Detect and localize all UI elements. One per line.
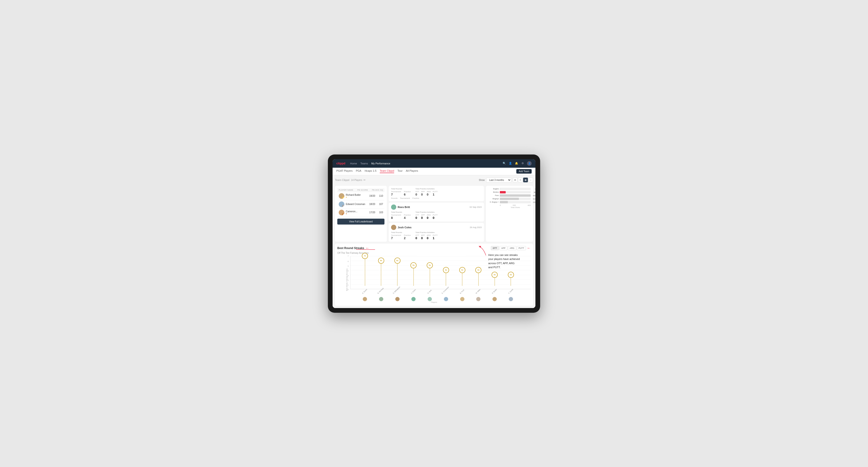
player-score-1: 19/20: [368, 195, 376, 197]
player-name-2: Edward Crossman: [346, 203, 368, 206]
josh-tournament-val: 7: [391, 236, 401, 240]
rounds-tournament-label: Rounds: [391, 197, 398, 199]
nav-teams[interactable]: Teams: [361, 162, 368, 165]
bar-label-eagles: Eagles: [488, 188, 499, 190]
bar-fill-eagles: [500, 188, 500, 190]
rounds-tournament-val: Tournament: [400, 197, 410, 199]
label-mcharg: B. McHarg: [377, 287, 384, 294]
total-rounds-label: Total Rounds: [391, 188, 411, 190]
bar-fill-birdies: [500, 191, 506, 193]
subnav-hcaps[interactable]: Hcaps 1-5: [365, 169, 376, 173]
col-pb-score: PB SCORE: [357, 189, 368, 191]
bar-label-dbogeys: D. Bogeys +: [488, 201, 499, 203]
player-name-1: Richard Butler: [346, 194, 368, 196]
player-avg-3: 103: [376, 211, 383, 214]
streaks-title: Best Round Streaks: [337, 247, 364, 250]
view-leaderboard-button[interactable]: View Full Leaderboard: [337, 219, 384, 224]
list-view-btn[interactable]: ≡: [518, 178, 523, 182]
player-card-josh: Josh Coles 26 Aug 2023 Total Rounds Tour…: [389, 223, 484, 242]
team-name-label: Team Clippd 14 Players: [335, 179, 362, 181]
subnav-pga[interactable]: PGA: [356, 169, 361, 173]
player-avg-2: 107: [376, 203, 383, 206]
bar-eagles: Eagles 3: [488, 188, 531, 190]
search-icon[interactable]: 🔍: [502, 161, 506, 165]
player-row-2[interactable]: 2 Edward Crossman 18/20 107: [337, 200, 384, 209]
josh-avatar: [391, 225, 396, 230]
practice-label: Practice: [404, 191, 411, 193]
x-axis-title: Total Shots: [488, 206, 531, 209]
streaks-arrow-right: ←: [527, 246, 531, 250]
avatar[interactable]: 👤: [527, 161, 532, 166]
bar-pars: Pars 499: [488, 194, 531, 197]
josh-date: 26 Aug 2023: [470, 226, 482, 228]
rees-tournament-val: 8: [391, 216, 401, 220]
player-avatar-3: 3: [339, 210, 344, 215]
period-select[interactable]: Last 3 months Last 6 months Last 12 mont…: [486, 178, 512, 183]
label-coles: J. Coles: [411, 289, 416, 294]
grid-view-btn[interactable]: ⊞: [513, 178, 518, 182]
rank-badge-1: 1: [342, 196, 344, 199]
bar-fill-pars: [500, 194, 531, 197]
bar-label-bogeys: Bogeys: [488, 198, 499, 200]
rees-date: 02 Sep 2023: [470, 206, 482, 208]
arg-label: ARG: [427, 191, 431, 193]
card-view-btn[interactable]: ▦: [523, 178, 528, 182]
player-count: 14 Players: [351, 179, 362, 181]
josh-practice-val: 2: [404, 236, 411, 240]
streaks-arrow-left: ←: [366, 246, 369, 250]
nav-home[interactable]: Home: [350, 162, 357, 165]
label-miller: M. Miller: [475, 288, 481, 294]
bubble-billingham: 6x: [394, 257, 401, 264]
bar-track-dbogeys: 131: [500, 201, 531, 203]
putt-val: 1: [433, 193, 438, 196]
export-btn[interactable]: ↓: [528, 178, 533, 182]
player-card-rees: Rees Britt 02 Sep 2023 Total Rounds Tour…: [389, 203, 484, 221]
subnav-all-players[interactable]: All Players: [406, 169, 418, 173]
tab-putt[interactable]: PUTT: [517, 246, 526, 250]
user-icon[interactable]: 👤: [508, 161, 512, 165]
streaks-tabs: OTT APP ARG PUTT: [491, 246, 526, 250]
app-label: APP: [421, 191, 425, 193]
bell-icon[interactable]: 🔔: [515, 161, 519, 165]
bubble-mcharg: 6x: [378, 257, 384, 264]
rees-avatar: [391, 205, 396, 210]
subnav-team-clippd[interactable]: Team Clippd: [380, 169, 394, 173]
label-billingham: D. Billingham: [393, 286, 401, 294]
tab-ott[interactable]: OTT: [491, 246, 499, 250]
tab-arg[interactable]: ARG: [508, 246, 516, 250]
top-section: PLAYER NAME PB SCORE PB AVG SQ 1 Richard…: [335, 186, 533, 242]
label-crossman: E. Crossman: [441, 286, 450, 294]
player-row-1[interactable]: 1 Richard Butler ♥ 19/20 110: [337, 192, 384, 200]
left-panel: PLAYER NAME PB SCORE PB AVG SQ 1 Richard…: [335, 186, 387, 242]
table-header: PLAYER NAME PB SCORE PB AVG SQ: [337, 188, 384, 192]
annotation: Here you can see streaks your players ha…: [488, 253, 535, 270]
bar-value-bogeys: 311: [533, 198, 535, 200]
bar-label-birdies: Birdies: [488, 191, 499, 193]
add-team-button[interactable]: Add Team: [516, 169, 532, 174]
tablet-frame: clippd Home Teams My Performance 🔍 👤 🔔 ⚙…: [328, 154, 540, 313]
nav-my-performance[interactable]: My Performance: [371, 162, 390, 165]
top-nav: clippd Home Teams My Performance 🔍 👤 🔔 ⚙…: [333, 159, 535, 168]
bar-birdies: Birdies 96: [488, 191, 531, 193]
shots-bar-chart: Eagles 3 Birdies 96: [488, 188, 531, 203]
subnav-tour[interactable]: Tour: [398, 169, 402, 173]
app-logo: clippd: [336, 161, 345, 165]
settings-icon[interactable]: ⚙: [521, 161, 525, 165]
edit-icon[interactable]: ✏: [364, 179, 366, 182]
show-label: Show: [479, 179, 485, 181]
ott-label: OTT: [415, 191, 419, 193]
player-row-3[interactable]: 3 Cameron... ♥ 17/20 103: [337, 209, 384, 217]
app-val: 0: [421, 193, 425, 196]
bar-value-pars: 499: [533, 195, 535, 197]
player-score-3: 17/20: [368, 211, 376, 214]
subnav-pgat[interactable]: PGAT Players: [336, 169, 352, 173]
view-icons: ⊞ ≡ ▦ ↓: [513, 178, 533, 182]
tab-app[interactable]: APP: [499, 246, 507, 250]
avatar-billingham: [395, 297, 400, 301]
practice-val: 6: [404, 193, 411, 196]
bar-track-pars: 499: [500, 194, 531, 197]
label-quick: C. Quick: [508, 288, 514, 294]
tournament-label: Tournament: [391, 191, 401, 193]
bar-value-eagles: 3: [535, 188, 535, 190]
josh-name: Josh Coles: [398, 226, 470, 229]
